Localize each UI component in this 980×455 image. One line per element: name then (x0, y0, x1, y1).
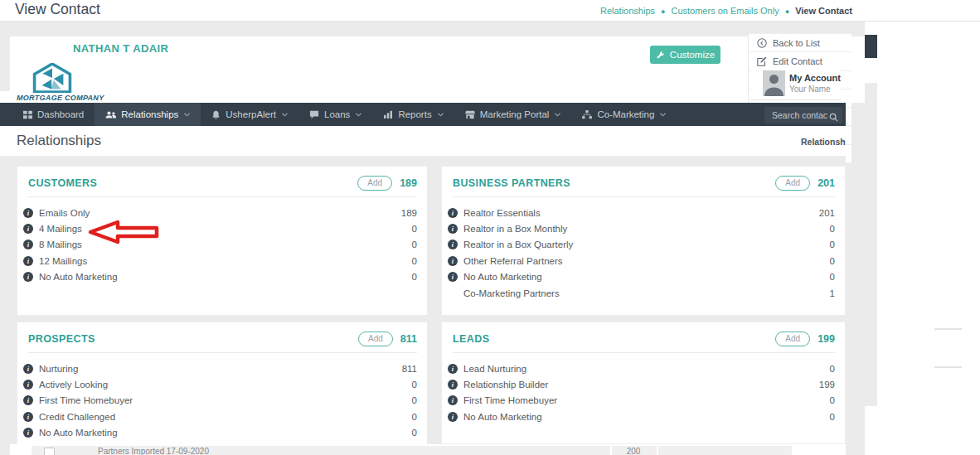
my-account-label: My Account (789, 73, 841, 83)
contact-name: NATHAN T ADAIR (73, 42, 168, 55)
card-total-count[interactable]: 189 (400, 177, 417, 189)
card-total-count[interactable]: 199 (817, 333, 835, 345)
row-label: Partners Imported 17-09-2020 (98, 447, 209, 455)
column-divider (657, 446, 658, 455)
list-item-value: 199 (819, 380, 835, 390)
list-item: iRelationship Builder199 (448, 376, 835, 392)
list-item-label: Realtor Essentials (463, 208, 541, 218)
action-back-to-list[interactable]: Back to List (749, 34, 851, 52)
breadcrumb-item[interactable]: Relationships (600, 6, 655, 16)
add-button[interactable]: Add (775, 332, 810, 346)
info-icon[interactable]: i (448, 412, 458, 422)
list-item-value: 0 (412, 412, 417, 422)
info-icon[interactable]: i (23, 224, 33, 234)
info-icon[interactable]: i (448, 208, 458, 218)
list-item-label: First Time Homebuyer (39, 395, 133, 405)
card-title: LEADS (453, 333, 489, 345)
list-item-value: 0 (830, 224, 835, 234)
info-icon[interactable]: i (448, 380, 458, 390)
info-icon[interactable]: i (23, 380, 33, 390)
info-icon[interactable]: i (448, 240, 458, 249)
list-item: Co-Marketing Partners1 (448, 285, 835, 301)
chevron-down-icon (282, 113, 288, 117)
list-item-value: 0 (412, 256, 417, 266)
info-icon[interactable]: i (448, 224, 458, 234)
card-total-count[interactable]: 811 (400, 333, 417, 345)
background-band (0, 22, 10, 91)
breadcrumb-separator: ● (661, 7, 665, 16)
info-icon[interactable]: i (23, 208, 33, 218)
account-user-name: Your Name (789, 85, 831, 94)
breadcrumb-item[interactable]: Customers on Emails Only (671, 6, 779, 16)
list-item-value: 0 (412, 224, 417, 234)
list-item-value: 0 (830, 412, 835, 422)
circle-back-icon (757, 38, 767, 48)
info-icon[interactable]: i (23, 395, 33, 405)
chevron-down-icon (555, 113, 560, 117)
list-item-value: 201 (819, 208, 835, 218)
house-logo-icon (17, 63, 116, 93)
add-button[interactable]: Add (358, 332, 393, 346)
marketing-portal-icon (465, 110, 475, 119)
info-icon[interactable]: i (23, 412, 33, 422)
loans-icon (309, 110, 319, 119)
search-contacts-box[interactable] (764, 107, 842, 123)
info-icon[interactable]: i (23, 364, 33, 374)
info-icon[interactable]: i (448, 364, 458, 374)
list-item-label: Nurturing (39, 364, 78, 374)
list-item-label: Co-Marketing Partners (463, 288, 560, 298)
list-item-value: 0 (412, 240, 417, 249)
list-item-label: No Auto Marketing (39, 272, 118, 282)
nav-item-marketing-portal[interactable]: Marketing Portal (454, 103, 572, 126)
nav-item-reports[interactable]: Reports (372, 103, 454, 126)
search-icon[interactable] (829, 110, 838, 125)
list-item-value: 189 (401, 208, 417, 218)
card-title: PROSPECTS (28, 333, 95, 345)
info-icon[interactable]: i (23, 428, 33, 438)
list-item-label: Lead Nurturing (463, 364, 526, 374)
info-icon[interactable]: i (448, 395, 458, 405)
nav-item-relationships[interactable]: Relationships (95, 103, 201, 126)
nav-item-co-marketing[interactable]: Co-Marketing (571, 103, 677, 126)
chevron-down-icon (356, 113, 361, 117)
list-item-label: Other Referral Partners (463, 256, 563, 266)
info-icon[interactable]: i (23, 272, 33, 282)
chevron-down-icon (438, 113, 444, 117)
logo-text: MORTGAGE COMPANY (17, 94, 116, 102)
search-contacts-input[interactable] (764, 107, 827, 123)
list-item: i4 Mailings0 (23, 220, 417, 236)
list-item: iEmails Only189 (23, 205, 417, 220)
background-band (0, 22, 865, 36)
row-checkbox[interactable] (44, 448, 55, 455)
page-heading-band: Relationships Relationships (0, 126, 846, 156)
list-item: iCredit Challenged0 (23, 409, 417, 424)
nav-item-label: Marketing Portal (480, 109, 550, 119)
list-item-value: 0 (830, 395, 835, 405)
nav-item-label: Co-Marketing (597, 109, 654, 119)
list-item-value: 0 (412, 428, 417, 438)
customize-button[interactable]: Customize (650, 46, 720, 64)
dark-header-fragment (865, 35, 877, 58)
nav-item-loans[interactable]: Loans (298, 103, 372, 126)
nav-item-dashboard[interactable]: Dashboard (12, 103, 95, 126)
divider (934, 328, 962, 330)
list-item-value: 0 (830, 364, 835, 374)
info-icon[interactable]: i (23, 240, 33, 249)
add-button[interactable]: Add (775, 176, 810, 191)
card-leads: LEADSAdd199iLead Nurturing0iRelationship… (441, 322, 846, 444)
add-button[interactable]: Add (357, 176, 392, 191)
card-total-count[interactable]: 201 (817, 177, 835, 189)
list-item-label: No Auto Marketing (463, 412, 542, 422)
nav-item-usherpalert[interactable]: UsherpAlert (201, 103, 298, 126)
list-item: iRealtor in a Box Quarterly0 (448, 237, 835, 253)
reports-icon (383, 110, 393, 119)
card-business-partners: BUSINESS PARTNERSAdd201iRealtor Essentia… (441, 166, 846, 316)
main-navbar: DashboardRelationshipsUsherpAlertLoansRe… (0, 103, 846, 126)
list-item-value: 811 (402, 364, 417, 374)
info-icon[interactable]: i (448, 256, 458, 266)
company-logo[interactable]: MORTGAGE COMPANY (17, 63, 116, 102)
avatar (763, 70, 785, 96)
info-icon[interactable]: i (23, 256, 33, 266)
my-account-menu[interactable]: My Account Your Name (751, 67, 841, 100)
info-icon[interactable]: i (448, 272, 458, 282)
